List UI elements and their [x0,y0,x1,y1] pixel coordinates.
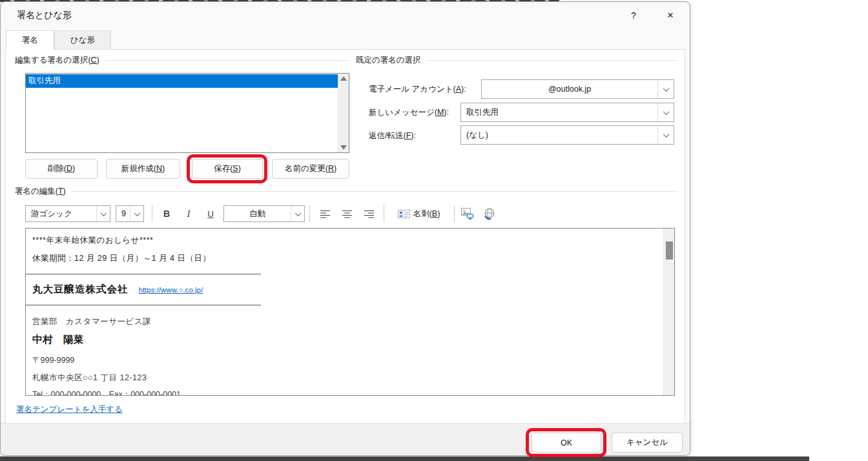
chevron-down-icon [663,108,669,115]
toolbar-separator [454,205,455,222]
new-message-value: 取引先用 [461,103,657,121]
default-signature-group-label: 既定の署名の選択 [356,55,677,66]
chevron-down-icon [663,131,669,138]
tab-stationery[interactable]: ひな形 [54,30,111,49]
group-divider [72,191,677,192]
group-divider [427,60,677,61]
signature-company-row: 丸大豆醸造株式会社 https://www.○.co.jp/ [32,283,663,296]
get-signature-templates-link[interactable]: 署名テンプレートを入手する [16,404,123,415]
signature-tel-fax: Tel：000-000-0000 Fax：000-000-0001 [32,389,663,395]
dialog-title: 署名とひな形 [17,10,72,21]
signature-divider [26,305,261,305]
new-message-label: 新しいメッセージ(M): [369,107,449,118]
background-window-bottom-edge [0,456,809,461]
hyperlink-globe-icon [483,208,496,220]
signature-department: 営業部 カスタマーサービス課 [32,316,663,327]
font-size-dropdown[interactable] [130,206,143,221]
font-size-combobox[interactable]: 9 [116,205,144,222]
italic-button[interactable]: I [179,205,198,223]
align-right-icon [364,210,374,218]
signature-list-items: 取引先用 [26,74,338,152]
chevron-down-icon [134,210,140,216]
toolbar-separator [152,205,152,222]
rename-button[interactable]: 名前の変更(R) [272,159,349,179]
insert-picture-icon [461,208,474,220]
close-icon[interactable]: × [656,6,685,25]
new-button[interactable]: 新規作成(N) [106,159,180,179]
email-account-dropdown[interactable] [657,80,674,98]
insert-picture-button[interactable] [458,205,477,223]
business-card-icon [398,210,410,218]
signature-address: 札幌市中央区○○1 丁目 12-123 [32,373,663,384]
signature-company-name: 丸大豆醸造株式会社 [32,283,129,296]
reply-forward-value: (なし) [461,126,657,144]
delete-button[interactable]: 削除(D) [25,159,98,179]
font-family-value: 游ゴシック [26,206,96,221]
align-center-icon [342,210,352,218]
underline-button[interactable]: U [201,205,220,223]
signature-editor[interactable]: ****年末年始休業のおしらせ**** 休業期間：12 月 29 日（月）～1 … [25,228,675,396]
signature-company-url-link[interactable]: https://www.○.co.jp/ [139,286,203,294]
signature-divider [26,274,261,274]
chevron-down-icon [294,210,301,216]
reply-forward-label: 返信/転送(F): [369,130,416,141]
new-message-dropdown[interactable] [657,103,674,121]
insert-hyperlink-button[interactable] [480,205,499,223]
scroll-down-icon[interactable] [340,145,347,150]
tab-signature-label: 署名 [22,35,38,46]
business-card-button[interactable]: 名刺(B) [388,205,450,223]
align-center-button[interactable] [337,205,356,223]
signature-person-name: 中村 陽菜 [32,333,663,347]
group-divider [105,60,349,61]
select-signature-label: 編集する署名の選択(C) [15,55,99,66]
chevron-down-icon [663,85,669,92]
signature-listbox[interactable]: 取引先用 [25,73,349,153]
tab-stationery-label: ひな形 [70,35,95,46]
list-item-selected[interactable]: 取引先用 [26,74,338,88]
editor-scrollbar-thumb[interactable] [666,241,673,260]
select-signature-group-label: 編集する署名の選択(C) [15,55,349,66]
signature-editor-content[interactable]: ****年末年始休業のおしらせ**** 休業期間：12 月 29 日（月）～1 … [26,229,663,395]
ok-button[interactable]: OK [532,433,601,453]
edit-signature-group-label: 署名の編集(T) [15,186,677,197]
reply-forward-dropdown[interactable] [657,126,674,144]
editor-scrollbar[interactable] [663,229,674,395]
email-account-label: 電子メール アカウント(A): [369,84,466,95]
align-right-button[interactable] [359,205,378,223]
font-size-value: 9 [116,206,130,221]
chevron-down-icon [100,210,107,216]
reply-forward-combobox[interactable]: (なし) [460,125,674,145]
signature-tab-panel: 編集する署名の選択(C) 既定の署名の選択 取引先用 削除(D) 新規作成(N) [5,49,685,424]
signatures-and-stationery-dialog: 署名とひな形 ? × 署名 ひな形 編集する署名の選択(C) 既定の署名の選択 … [0,1,690,456]
font-family-dropdown[interactable] [96,206,110,221]
font-color-combobox[interactable]: 自動 [223,205,305,222]
listbox-scrollbar[interactable] [338,74,349,152]
dialog-titlebar: 署名とひな形 ? × [1,2,690,30]
font-color-value: 自動 [224,206,291,221]
signature-postal-code: 〒999-9999 [32,355,663,366]
tab-strip: 署名 ひな形 [6,30,111,50]
toolbar-separator [309,205,310,222]
signature-notice-line: ****年末年始休業のおしらせ**** [32,235,663,246]
edit-signature-label: 署名の編集(T) [15,186,66,197]
tab-signature[interactable]: 署名 [6,30,54,50]
align-left-button[interactable] [315,205,335,223]
email-account-value: @outlook.jp [482,80,657,98]
scroll-up-icon[interactable] [340,76,347,81]
font-color-dropdown[interactable] [291,206,304,221]
help-button[interactable]: ? [619,6,648,25]
signature-period-line: 休業期間：12 月 29 日（月）～1 月 4 日（日） [32,253,663,264]
new-message-combobox[interactable]: 取引先用 [460,103,674,122]
email-account-combobox[interactable]: @outlook.jp [481,79,674,99]
cancel-button[interactable]: キャンセル [612,433,683,453]
bold-button[interactable]: B [157,205,176,223]
toolbar-separator [384,205,384,222]
default-signature-label: 既定の署名の選択 [356,55,421,66]
font-family-combobox[interactable]: 游ゴシック [25,205,110,222]
save-button[interactable]: 保存(S) [192,159,263,179]
align-left-icon [320,210,330,218]
